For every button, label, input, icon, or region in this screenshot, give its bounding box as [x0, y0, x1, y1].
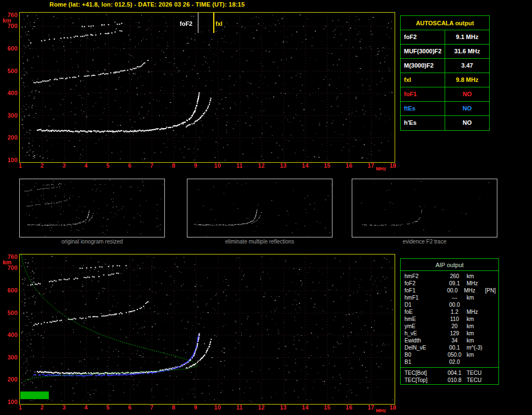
autoscala-param-value: 9.8 MHz: [445, 73, 489, 87]
y-tick-label: 200: [2, 377, 18, 383]
aip-value: 110: [444, 316, 465, 323]
autoscala-param-label: h'Es: [401, 116, 445, 130]
thumbnail-original-ionogram: [19, 179, 165, 237]
aip-param: hmE: [401, 316, 444, 323]
y-tick-label: 500: [2, 68, 18, 74]
x-tick-label: 7: [146, 405, 158, 411]
x-tick-label: 4: [80, 405, 92, 411]
fxi-marker-label: fxI: [215, 20, 223, 27]
aip-value: 00.0: [444, 301, 465, 308]
y-tick-label: 100: [2, 399, 18, 405]
autoscala-row: foF29.1 MHz: [401, 30, 489, 45]
aip-unit: km: [465, 316, 489, 323]
aip-note: [489, 337, 498, 344]
aip-unit: [465, 301, 489, 308]
aip-value: 09.1: [444, 280, 465, 287]
aip-note: [PN]: [485, 287, 498, 294]
aip-note: [489, 351, 498, 358]
y-tick-label: 500: [2, 310, 18, 316]
x-tick-label: 16: [343, 163, 355, 169]
aip-unit: TECU: [465, 369, 489, 377]
x-tick-label: 15: [321, 163, 333, 169]
aip-row: TEC[Top]010.8TECU: [401, 377, 498, 384]
fof2-marker-label: foF2: [180, 20, 192, 27]
x-tick-label: 15: [321, 405, 333, 411]
aip-table-body: hmF2260kmfoF209.1MHzfoF100.0MHz[PN]hmF1-…: [401, 271, 498, 366]
y-tick-label: 700: [2, 23, 18, 29]
x-tick-label: 4: [80, 163, 92, 169]
aip-row: D100.0: [401, 301, 498, 308]
aip-note: [489, 308, 498, 316]
aip-row: TEC[Bot]004.1TECU: [401, 369, 498, 377]
aip-param: TEC[Bot]: [401, 369, 444, 377]
x-tick-label: 8: [168, 405, 180, 411]
aip-note: [489, 358, 498, 366]
x-tick-label: 18: [387, 163, 399, 169]
x-tick-label: 18: [387, 405, 399, 411]
aip-row: hmE110km: [401, 316, 498, 323]
aip-unit: [465, 358, 489, 366]
aip-unit: km: [465, 294, 489, 301]
y-axis-unit-top: km: [3, 17, 12, 24]
autoscala-param-label: MUF(3000)F2: [401, 45, 445, 58]
aip-note: [489, 273, 498, 280]
x-tick-label: 17: [365, 163, 377, 169]
autoscala-table-title: AUTOSCALA output: [401, 16, 489, 30]
profile-ionogram-canvas: [20, 254, 395, 404]
aip-param: hmF1: [401, 294, 444, 301]
aip-unit: km: [465, 273, 489, 280]
autoscala-param-value: 31.6 MHz: [445, 45, 489, 58]
autoscala-param-label: foF1: [401, 87, 445, 101]
x-tick-label: 5: [102, 163, 114, 169]
x-tick-label: 9: [190, 163, 202, 169]
autoscala-table-body: foF29.1 MHzMUF(3000)F231.6 MHzM(3000)F23…: [401, 30, 489, 130]
aip-row: DelN_vE00.1m^(-3): [401, 344, 498, 351]
autoscala-row: h'EsNO: [401, 116, 489, 130]
aip-param: B1: [401, 358, 444, 366]
y-tick-label: 300: [2, 113, 18, 119]
thumbnail-label-eliminate: eliminate multiple reflections: [187, 239, 332, 245]
autoscala-row: foF1NO: [401, 87, 489, 102]
autoscala-row: MUF(3000)F231.6 MHz: [401, 45, 489, 59]
y-tick-label: 200: [2, 135, 18, 141]
x-tick-label: 13: [278, 405, 290, 411]
y-tick-label: 100: [2, 157, 18, 163]
aip-row: h_vE129km: [401, 330, 498, 337]
aip-unit: TECU: [465, 377, 489, 384]
aip-row: foF100.0MHz[PN]: [401, 287, 498, 294]
aip-param: ymE: [401, 323, 444, 330]
x-tick-label: 10: [212, 405, 224, 411]
autoscala-param-value: NO: [445, 87, 489, 101]
autoscala-param-label: foF2: [401, 30, 445, 44]
autoscala-row: M(3000)F23.47: [401, 59, 489, 73]
x-tick-label: 3: [58, 163, 70, 169]
x-tick-label: 14: [299, 163, 311, 169]
main-ionogram-panel: foF2 fxI: [19, 12, 395, 163]
aip-row: hmF1---km: [401, 294, 498, 301]
aip-value: 260: [444, 273, 465, 280]
x-tick-label: 10: [212, 163, 224, 169]
autoscala-param-label: fxI: [401, 73, 445, 87]
x-tick-label: 17: [365, 405, 377, 411]
thumbnail-label-original: original ionogram resized: [19, 239, 165, 245]
aip-param: Ewidth: [401, 337, 444, 344]
aip-param: B0: [401, 351, 444, 358]
autoscala-row: ftEsNO: [401, 102, 489, 116]
aip-value: 010.8: [444, 377, 465, 384]
thumbnail-label-evidence: evidence F2 trace: [352, 239, 497, 245]
station-date-time-title: Rome (lat: +41.8, lon: 012.5) - DATE: 20…: [49, 1, 245, 8]
autoscala-param-value: 3.47: [445, 59, 489, 73]
autoscala-param-value: 9.1 MHz: [445, 30, 489, 44]
aip-value: 1.2: [444, 308, 465, 316]
x-tick-label: 11: [234, 163, 246, 169]
aip-value: 20: [444, 323, 465, 330]
aip-table-title: AIP output: [401, 259, 498, 271]
x-tick-label: 14: [299, 405, 311, 411]
aip-output-table: AIP output hmF2260kmfoF209.1MHzfoF100.0M…: [400, 258, 499, 385]
aip-tec-body: TEC[Bot]004.1TECUTEC[Top]010.8TECU: [401, 368, 498, 384]
autoscala-output-table: AUTOSCALA output foF29.1 MHzMUF(3000)F23…: [400, 15, 490, 131]
y-tick-label: 700: [2, 265, 18, 271]
aip-unit: km: [465, 351, 489, 358]
thumbnail-evidence-canvas: [352, 179, 497, 237]
aip-param: foF2: [401, 280, 444, 287]
